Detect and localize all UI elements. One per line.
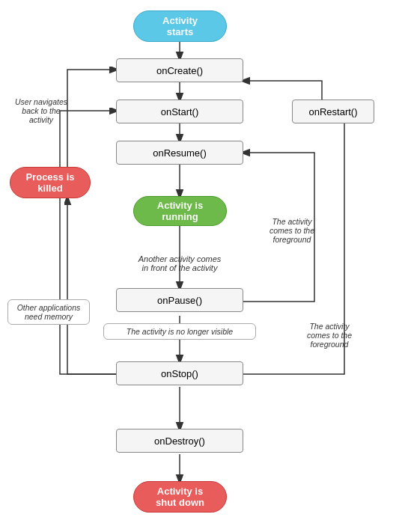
activity-foreground-bottom-label: The activitycomes to theforeground (292, 322, 367, 349)
on-start-node: onStart() (116, 100, 243, 123)
activity-starts-node: Activitystarts (133, 10, 227, 42)
activity-lifecycle-diagram: Activitystarts onCreate() onStart() onRe… (0, 0, 408, 532)
on-stop-node: onStop() (116, 361, 243, 385)
on-destroy-label: onDestroy() (154, 435, 205, 447)
user-navigates-label: User navigatesback to theactivity (7, 97, 75, 124)
activity-running-label: Activity isrunning (157, 200, 203, 222)
activity-foreground-top-label: The activitycomes to theforeground (255, 217, 329, 244)
on-stop-label: onStop() (161, 368, 198, 379)
on-destroy-node: onDestroy() (116, 429, 243, 453)
process-killed-node: Process iskilled (10, 167, 91, 198)
activity-shutdown-node: Activity isshut down (133, 481, 227, 513)
on-resume-node: onResume() (116, 141, 243, 165)
activity-starts-label: Activitystarts (162, 15, 198, 37)
on-pause-label: onPause() (157, 295, 202, 306)
on-resume-label: onResume() (153, 147, 207, 159)
other-apps-memory-label: Other applicationsneed memory (7, 299, 90, 325)
on-create-label: onCreate() (156, 65, 203, 76)
activity-shutdown-label: Activity isshut down (156, 486, 204, 508)
on-restart-label: onRestart() (308, 106, 357, 117)
on-create-node: onCreate() (116, 58, 243, 82)
on-pause-node: onPause() (116, 288, 243, 312)
activity-running-node: Activity isrunning (133, 196, 227, 226)
process-killed-label: Process iskilled (25, 171, 74, 194)
another-activity-label: Another activity comesin front of the ac… (116, 254, 243, 272)
no-longer-visible-label: The activity is no longer visible (103, 323, 256, 340)
on-start-label: onStart() (161, 106, 199, 117)
on-restart-node: onRestart() (292, 100, 374, 123)
